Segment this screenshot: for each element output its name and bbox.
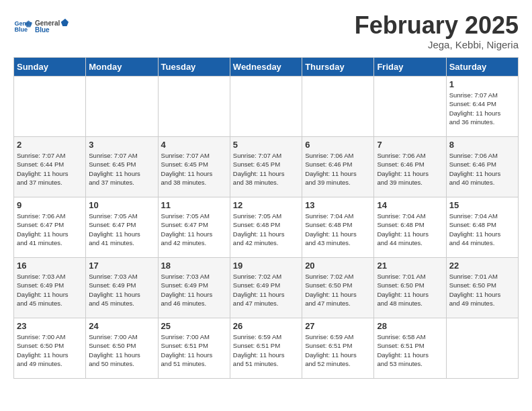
calendar-cell: 7Sunrise: 7:06 AM Sunset: 6:46 PM Daylig… xyxy=(374,137,446,197)
calendar-cell xyxy=(158,77,230,137)
day-number: 11 xyxy=(161,200,227,210)
day-number: 12 xyxy=(233,200,299,210)
cell-info: Sunrise: 7:00 AM Sunset: 6:51 PM Dayligh… xyxy=(161,332,227,368)
day-number: 23 xyxy=(17,321,83,331)
calendar-cell: 28Sunrise: 6:58 AM Sunset: 6:51 PM Dayli… xyxy=(374,318,446,379)
weekday-header-row: SundayMondayTuesdayWednesdayThursdayFrid… xyxy=(14,58,519,77)
calendar-cell xyxy=(86,77,158,137)
calendar-cell: 23Sunrise: 7:00 AM Sunset: 6:50 PM Dayli… xyxy=(14,318,86,379)
day-number: 8 xyxy=(449,140,515,150)
logo-svg: General Blue xyxy=(35,13,69,39)
day-number: 17 xyxy=(89,261,154,271)
cell-info: Sunrise: 7:05 AM Sunset: 6:47 PM Dayligh… xyxy=(161,212,227,247)
day-number: 2 xyxy=(17,140,83,150)
header: General Blue General Blue February 2025 … xyxy=(13,13,519,50)
weekday-header: Thursday xyxy=(302,58,374,77)
weekday-header: Monday xyxy=(86,58,158,77)
calendar-cell xyxy=(302,77,374,137)
logo-icon: General Blue xyxy=(13,17,32,36)
cell-info: Sunrise: 7:00 AM Sunset: 6:50 PM Dayligh… xyxy=(17,332,83,368)
calendar-title: February 2025 xyxy=(355,13,519,38)
cell-info: Sunrise: 6:58 AM Sunset: 6:51 PM Dayligh… xyxy=(377,332,443,368)
cell-info: Sunrise: 7:03 AM Sunset: 6:49 PM Dayligh… xyxy=(89,272,154,308)
cell-info: Sunrise: 7:04 AM Sunset: 6:48 PM Dayligh… xyxy=(377,212,443,247)
calendar-cell: 2Sunrise: 7:07 AM Sunset: 6:44 PM Daylig… xyxy=(14,137,86,197)
calendar-cell: 26Sunrise: 6:59 AM Sunset: 6:51 PM Dayli… xyxy=(230,318,302,379)
day-number: 3 xyxy=(89,140,154,150)
cell-info: Sunrise: 7:05 AM Sunset: 6:47 PM Dayligh… xyxy=(89,212,154,247)
calendar-cell: 24Sunrise: 7:00 AM Sunset: 6:50 PM Dayli… xyxy=(86,318,158,379)
day-number: 27 xyxy=(305,321,371,331)
day-number: 1 xyxy=(449,79,515,89)
calendar-cell: 9Sunrise: 7:06 AM Sunset: 6:47 PM Daylig… xyxy=(14,197,86,258)
weekday-header: Tuesday xyxy=(158,58,230,77)
day-number: 13 xyxy=(305,200,371,210)
cell-info: Sunrise: 7:07 AM Sunset: 6:45 PM Dayligh… xyxy=(161,151,227,187)
day-number: 4 xyxy=(161,140,227,150)
day-number: 15 xyxy=(449,200,515,210)
title-section: February 2025 Jega, Kebbi, Nigeria xyxy=(355,13,519,50)
calendar-table: SundayMondayTuesdayWednesdayThursdayFrid… xyxy=(13,57,519,379)
day-number: 9 xyxy=(17,200,83,210)
cell-info: Sunrise: 7:01 AM Sunset: 6:50 PM Dayligh… xyxy=(449,272,515,308)
cell-info: Sunrise: 7:06 AM Sunset: 6:46 PM Dayligh… xyxy=(305,151,371,187)
calendar-cell: 19Sunrise: 7:02 AM Sunset: 6:49 PM Dayli… xyxy=(230,258,302,318)
calendar-week-row: 23Sunrise: 7:00 AM Sunset: 6:50 PM Dayli… xyxy=(14,318,519,379)
calendar-cell: 8Sunrise: 7:06 AM Sunset: 6:46 PM Daylig… xyxy=(446,137,518,197)
calendar-week-row: 9Sunrise: 7:06 AM Sunset: 6:47 PM Daylig… xyxy=(14,197,519,258)
svg-marker-5 xyxy=(61,19,69,26)
cell-info: Sunrise: 7:02 AM Sunset: 6:50 PM Dayligh… xyxy=(305,272,371,308)
calendar-cell: 18Sunrise: 7:03 AM Sunset: 6:49 PM Dayli… xyxy=(158,258,230,318)
calendar-cell: 25Sunrise: 7:00 AM Sunset: 6:51 PM Dayli… xyxy=(158,318,230,379)
cell-info: Sunrise: 6:59 AM Sunset: 6:51 PM Dayligh… xyxy=(305,332,371,368)
day-number: 20 xyxy=(305,261,371,271)
calendar-cell: 16Sunrise: 7:03 AM Sunset: 6:49 PM Dayli… xyxy=(14,258,86,318)
calendar-cell: 22Sunrise: 7:01 AM Sunset: 6:50 PM Dayli… xyxy=(446,258,518,318)
calendar-cell: 6Sunrise: 7:06 AM Sunset: 6:46 PM Daylig… xyxy=(302,137,374,197)
calendar-cell: 12Sunrise: 7:05 AM Sunset: 6:48 PM Dayli… xyxy=(230,197,302,258)
cell-info: Sunrise: 7:06 AM Sunset: 6:46 PM Dayligh… xyxy=(449,151,515,187)
cell-info: Sunrise: 7:07 AM Sunset: 6:44 PM Dayligh… xyxy=(17,151,83,187)
day-number: 25 xyxy=(161,321,227,331)
cell-info: Sunrise: 7:04 AM Sunset: 6:48 PM Dayligh… xyxy=(449,212,515,247)
cell-info: Sunrise: 7:01 AM Sunset: 6:50 PM Dayligh… xyxy=(377,272,443,308)
calendar-cell: 5Sunrise: 7:07 AM Sunset: 6:45 PM Daylig… xyxy=(230,137,302,197)
cell-info: Sunrise: 7:07 AM Sunset: 6:44 PM Dayligh… xyxy=(449,91,515,126)
weekday-header: Friday xyxy=(374,58,446,77)
calendar-cell: 17Sunrise: 7:03 AM Sunset: 6:49 PM Dayli… xyxy=(86,258,158,318)
calendar-week-row: 16Sunrise: 7:03 AM Sunset: 6:49 PM Dayli… xyxy=(14,258,519,318)
calendar-week-row: 1Sunrise: 7:07 AM Sunset: 6:44 PM Daylig… xyxy=(14,77,519,137)
weekday-header: Wednesday xyxy=(230,58,302,77)
calendar-cell: 10Sunrise: 7:05 AM Sunset: 6:47 PM Dayli… xyxy=(86,197,158,258)
day-number: 24 xyxy=(89,321,154,331)
calendar-subtitle: Jega, Kebbi, Nigeria xyxy=(355,39,519,50)
calendar-cell: 20Sunrise: 7:02 AM Sunset: 6:50 PM Dayli… xyxy=(302,258,374,318)
calendar-cell: 3Sunrise: 7:07 AM Sunset: 6:45 PM Daylig… xyxy=(86,137,158,197)
cell-info: Sunrise: 7:06 AM Sunset: 6:46 PM Dayligh… xyxy=(377,151,443,187)
cell-info: Sunrise: 7:02 AM Sunset: 6:49 PM Dayligh… xyxy=(233,272,299,308)
calendar-cell: 4Sunrise: 7:07 AM Sunset: 6:45 PM Daylig… xyxy=(158,137,230,197)
calendar-cell: 15Sunrise: 7:04 AM Sunset: 6:48 PM Dayli… xyxy=(446,197,518,258)
calendar-cell: 1Sunrise: 7:07 AM Sunset: 6:44 PM Daylig… xyxy=(446,77,518,137)
svg-text:Blue: Blue xyxy=(14,26,28,33)
calendar-cell: 11Sunrise: 7:05 AM Sunset: 6:47 PM Dayli… xyxy=(158,197,230,258)
calendar-cell xyxy=(230,77,302,137)
day-number: 21 xyxy=(377,261,443,271)
day-number: 10 xyxy=(89,200,154,210)
calendar-cell: 21Sunrise: 7:01 AM Sunset: 6:50 PM Dayli… xyxy=(374,258,446,318)
calendar-cell xyxy=(374,77,446,137)
calendar-cell: 14Sunrise: 7:04 AM Sunset: 6:48 PM Dayli… xyxy=(374,197,446,258)
day-number: 16 xyxy=(17,261,83,271)
cell-info: Sunrise: 6:59 AM Sunset: 6:51 PM Dayligh… xyxy=(233,332,299,368)
calendar-cell: 27Sunrise: 6:59 AM Sunset: 6:51 PM Dayli… xyxy=(302,318,374,379)
cell-info: Sunrise: 7:05 AM Sunset: 6:48 PM Dayligh… xyxy=(233,212,299,247)
weekday-header: Saturday xyxy=(446,58,518,77)
cell-info: Sunrise: 7:03 AM Sunset: 6:49 PM Dayligh… xyxy=(161,272,227,308)
svg-text:Blue: Blue xyxy=(35,26,50,34)
cell-info: Sunrise: 7:00 AM Sunset: 6:50 PM Dayligh… xyxy=(89,332,154,368)
day-number: 14 xyxy=(377,200,443,210)
day-number: 19 xyxy=(233,261,299,271)
day-number: 28 xyxy=(377,321,443,331)
cell-info: Sunrise: 7:03 AM Sunset: 6:49 PM Dayligh… xyxy=(17,272,83,308)
weekday-header: Sunday xyxy=(14,58,86,77)
